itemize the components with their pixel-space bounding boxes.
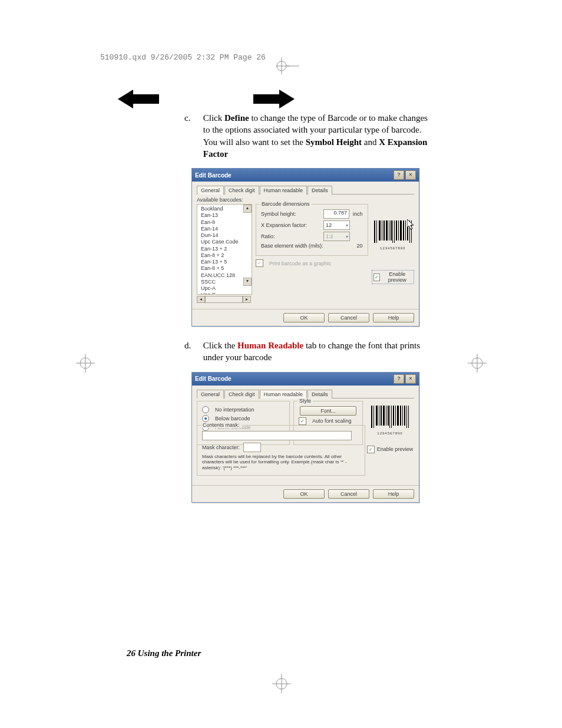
tree-item[interactable]: Ean-8 + 2 — [201, 252, 252, 259]
svg-rect-38 — [400, 406, 401, 426]
svg-rect-25 — [371, 406, 372, 428]
tab-details[interactable]: Details — [308, 390, 332, 398]
tree-item[interactable]: Upc-E — [201, 292, 252, 295]
font-button[interactable]: Font... — [300, 406, 356, 416]
svg-rect-19 — [403, 220, 404, 241]
help-icon[interactable]: ? — [394, 170, 404, 180]
step-d: d. Click the Human Readable tab to chang… — [184, 340, 433, 364]
tree-item[interactable]: Ean-13 + 2 — [201, 246, 252, 252]
scroll-right-icon[interactable]: ▸ — [243, 296, 251, 303]
close-icon[interactable]: × — [405, 170, 416, 180]
svg-rect-14 — [392, 220, 393, 243]
svg-rect-34 — [391, 406, 392, 428]
hscroll-track[interactable] — [205, 296, 243, 303]
svg-rect-11 — [386, 220, 388, 241]
tab-general[interactable]: General — [197, 390, 224, 398]
tab-human-readable[interactable]: Human readable — [260, 186, 308, 195]
svg-rect-41 — [406, 406, 407, 428]
tab-details[interactable]: Details — [308, 186, 332, 195]
step-d-letter: d. — [184, 340, 201, 351]
barcode-tree[interactable]: ▴ Bookland Ean-13 Ean-8 Ean-14 Dun-14 Up… — [197, 204, 252, 295]
mask-char-label: Mask character: — [202, 444, 240, 450]
scroll-up-icon[interactable]: ▴ — [243, 205, 252, 213]
page-number: 26 — [127, 648, 135, 658]
dialog-tabs: General Check digit Human readable Detai… — [197, 389, 414, 398]
enable-preview-checkbox[interactable]: ✓ — [373, 274, 380, 281]
barcode-icon — [374, 220, 412, 245]
mask-char-input[interactable] — [243, 443, 261, 452]
symbol-height-input[interactable]: 0.787 — [323, 209, 349, 219]
ok-button[interactable]: OK — [283, 313, 325, 322]
below-barcode-radio[interactable] — [202, 415, 209, 422]
close-icon[interactable]: × — [405, 374, 416, 384]
tab-check-digit[interactable]: Check digit — [224, 390, 259, 398]
text: Click — [203, 113, 224, 123]
contents-mask-group: Contents mask: Mask character: Mask char… — [197, 425, 365, 476]
barcode-dimensions-group: Barcode dimensions Symbol height: 0.787 … — [256, 204, 368, 256]
svg-rect-27 — [376, 406, 378, 426]
prev-page-arrow[interactable] — [118, 87, 165, 111]
ok-button[interactable]: OK — [283, 489, 325, 499]
no-interpretation-radio[interactable] — [202, 406, 209, 413]
svg-rect-17 — [398, 220, 399, 241]
svg-rect-31 — [386, 406, 386, 426]
tree-item[interactable]: Upc Case Code — [201, 239, 252, 245]
dialog-title: Edit Barcode — [195, 172, 232, 179]
enable-preview-checkbox[interactable]: ✓ — [367, 446, 375, 453]
svg-rect-18 — [400, 220, 402, 241]
dims-legend: Barcode dimensions — [260, 201, 312, 207]
help-icon[interactable]: ? — [394, 374, 404, 384]
cancel-button[interactable]: Cancel — [328, 489, 369, 499]
bold-symbol-height: Symbol Height — [306, 137, 362, 147]
svg-marker-4 — [118, 90, 159, 108]
dialog-title: Edit Barcode — [195, 375, 232, 382]
svg-rect-15 — [394, 220, 395, 243]
help-button[interactable]: Help — [373, 489, 414, 499]
no-interpretation-label: No interpretation — [215, 407, 254, 413]
svg-rect-35 — [393, 406, 394, 426]
page-footer: 26 Using the Printer — [127, 648, 201, 658]
auto-font-scaling-checkbox[interactable]: ✓ — [299, 417, 306, 425]
tab-general[interactable]: General — [197, 186, 224, 195]
tree-item[interactable]: Ean-13 + 5 — [201, 259, 252, 265]
scroll-down-icon[interactable]: ▾ — [243, 278, 252, 286]
svg-rect-6 — [374, 220, 375, 243]
help-button[interactable]: Help — [373, 313, 414, 322]
x-expansion-select[interactable]: 12▾ — [323, 220, 350, 230]
cancel-button[interactable]: Cancel — [328, 313, 369, 322]
svg-rect-30 — [383, 406, 385, 426]
tree-item[interactable]: Ean-13 — [201, 212, 252, 219]
tree-item[interactable]: Dun-14 — [201, 232, 252, 239]
titlebar: Edit Barcode ? × — [192, 169, 419, 182]
scroll-left-icon[interactable]: ◂ — [197, 296, 205, 303]
text: and — [362, 137, 379, 147]
tab-human-readable[interactable]: Human readable — [260, 390, 308, 398]
contents-mask-input[interactable] — [202, 431, 352, 440]
ratio-label: Ratio: — [261, 233, 320, 239]
tree-item[interactable]: Ean-8 — [201, 219, 252, 226]
tree-item[interactable]: Ean-8 + 5 — [201, 265, 252, 272]
svg-rect-28 — [379, 406, 379, 426]
tree-item[interactable]: Upc-A — [201, 285, 252, 292]
step-c: c. Click Define to change the type of Ba… — [184, 112, 433, 160]
svg-rect-12 — [389, 220, 389, 241]
svg-rect-10 — [384, 220, 385, 241]
svg-rect-29 — [381, 406, 382, 426]
tree-item[interactable]: Ean-14 — [201, 226, 252, 232]
mask-note: Mask characters will be replaced by the … — [202, 454, 360, 471]
chevron-down-icon: ▾ — [346, 234, 348, 239]
svg-rect-33 — [389, 406, 390, 428]
red-human-readable: Human Readable — [237, 341, 303, 350]
dialog-tabs: General Check digit Human readable Detai… — [197, 185, 414, 195]
enable-preview-label: Enable preview — [377, 446, 414, 452]
svg-rect-9 — [382, 220, 382, 241]
next-page-arrow[interactable] — [247, 87, 295, 111]
barcode-icon — [371, 406, 409, 430]
contents-mask-legend: Contents mask: — [201, 422, 242, 428]
tab-check-digit[interactable]: Check digit — [224, 186, 259, 195]
svg-rect-26 — [373, 406, 374, 428]
svg-rect-40 — [404, 406, 405, 426]
x-expansion-label: X Expansion factor: — [261, 222, 320, 228]
enable-preview-label: Enable preview — [382, 271, 412, 283]
crop-mark-right — [465, 351, 489, 375]
